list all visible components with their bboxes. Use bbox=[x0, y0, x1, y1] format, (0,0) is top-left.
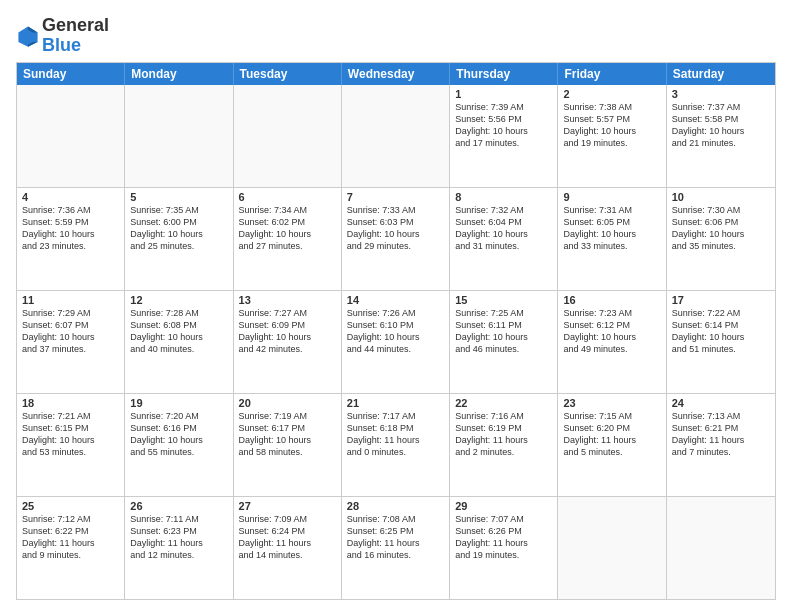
cell-info: Sunrise: 7:35 AM Sunset: 6:00 PM Dayligh… bbox=[130, 204, 227, 253]
day-number: 24 bbox=[672, 397, 770, 409]
calendar-cell: 18Sunrise: 7:21 AM Sunset: 6:15 PM Dayli… bbox=[17, 394, 125, 496]
cell-info: Sunrise: 7:29 AM Sunset: 6:07 PM Dayligh… bbox=[22, 307, 119, 356]
cell-info: Sunrise: 7:13 AM Sunset: 6:21 PM Dayligh… bbox=[672, 410, 770, 459]
page: General Blue SundayMondayTuesdayWednesda… bbox=[0, 0, 792, 612]
day-number: 1 bbox=[455, 88, 552, 100]
cell-info: Sunrise: 7:26 AM Sunset: 6:10 PM Dayligh… bbox=[347, 307, 444, 356]
calendar-cell bbox=[17, 85, 125, 187]
calendar-cell: 23Sunrise: 7:15 AM Sunset: 6:20 PM Dayli… bbox=[558, 394, 666, 496]
calendar-cell bbox=[558, 497, 666, 599]
calendar-row-2: 11Sunrise: 7:29 AM Sunset: 6:07 PM Dayli… bbox=[17, 291, 775, 394]
logo: General Blue bbox=[16, 16, 109, 56]
calendar-cell: 17Sunrise: 7:22 AM Sunset: 6:14 PM Dayli… bbox=[667, 291, 775, 393]
cell-info: Sunrise: 7:30 AM Sunset: 6:06 PM Dayligh… bbox=[672, 204, 770, 253]
calendar-cell: 28Sunrise: 7:08 AM Sunset: 6:25 PM Dayli… bbox=[342, 497, 450, 599]
day-number: 20 bbox=[239, 397, 336, 409]
day-number: 22 bbox=[455, 397, 552, 409]
day-number: 29 bbox=[455, 500, 552, 512]
day-header-thursday: Thursday bbox=[450, 63, 558, 85]
day-number: 3 bbox=[672, 88, 770, 100]
day-number: 7 bbox=[347, 191, 444, 203]
cell-info: Sunrise: 7:31 AM Sunset: 6:05 PM Dayligh… bbox=[563, 204, 660, 253]
cell-info: Sunrise: 7:34 AM Sunset: 6:02 PM Dayligh… bbox=[239, 204, 336, 253]
logo-icon bbox=[16, 24, 40, 48]
calendar-cell: 3Sunrise: 7:37 AM Sunset: 5:58 PM Daylig… bbox=[667, 85, 775, 187]
calendar-cell: 13Sunrise: 7:27 AM Sunset: 6:09 PM Dayli… bbox=[234, 291, 342, 393]
day-number: 14 bbox=[347, 294, 444, 306]
day-number: 17 bbox=[672, 294, 770, 306]
calendar-cell: 2Sunrise: 7:38 AM Sunset: 5:57 PM Daylig… bbox=[558, 85, 666, 187]
cell-info: Sunrise: 7:32 AM Sunset: 6:04 PM Dayligh… bbox=[455, 204, 552, 253]
day-number: 2 bbox=[563, 88, 660, 100]
day-number: 23 bbox=[563, 397, 660, 409]
cell-info: Sunrise: 7:11 AM Sunset: 6:23 PM Dayligh… bbox=[130, 513, 227, 562]
calendar: SundayMondayTuesdayWednesdayThursdayFrid… bbox=[16, 62, 776, 600]
cell-info: Sunrise: 7:09 AM Sunset: 6:24 PM Dayligh… bbox=[239, 513, 336, 562]
calendar-cell: 8Sunrise: 7:32 AM Sunset: 6:04 PM Daylig… bbox=[450, 188, 558, 290]
day-header-tuesday: Tuesday bbox=[234, 63, 342, 85]
day-number: 26 bbox=[130, 500, 227, 512]
calendar-row-4: 25Sunrise: 7:12 AM Sunset: 6:22 PM Dayli… bbox=[17, 497, 775, 599]
calendar-cell: 24Sunrise: 7:13 AM Sunset: 6:21 PM Dayli… bbox=[667, 394, 775, 496]
calendar-cell bbox=[667, 497, 775, 599]
calendar-cell: 9Sunrise: 7:31 AM Sunset: 6:05 PM Daylig… bbox=[558, 188, 666, 290]
day-number: 16 bbox=[563, 294, 660, 306]
calendar-body: 1Sunrise: 7:39 AM Sunset: 5:56 PM Daylig… bbox=[17, 85, 775, 599]
day-number: 6 bbox=[239, 191, 336, 203]
day-header-saturday: Saturday bbox=[667, 63, 775, 85]
calendar-cell bbox=[234, 85, 342, 187]
cell-info: Sunrise: 7:15 AM Sunset: 6:20 PM Dayligh… bbox=[563, 410, 660, 459]
cell-info: Sunrise: 7:28 AM Sunset: 6:08 PM Dayligh… bbox=[130, 307, 227, 356]
calendar-row-0: 1Sunrise: 7:39 AM Sunset: 5:56 PM Daylig… bbox=[17, 85, 775, 188]
calendar-cell: 16Sunrise: 7:23 AM Sunset: 6:12 PM Dayli… bbox=[558, 291, 666, 393]
day-number: 28 bbox=[347, 500, 444, 512]
cell-info: Sunrise: 7:21 AM Sunset: 6:15 PM Dayligh… bbox=[22, 410, 119, 459]
day-number: 5 bbox=[130, 191, 227, 203]
day-number: 25 bbox=[22, 500, 119, 512]
cell-info: Sunrise: 7:23 AM Sunset: 6:12 PM Dayligh… bbox=[563, 307, 660, 356]
day-number: 9 bbox=[563, 191, 660, 203]
day-header-wednesday: Wednesday bbox=[342, 63, 450, 85]
calendar-cell: 12Sunrise: 7:28 AM Sunset: 6:08 PM Dayli… bbox=[125, 291, 233, 393]
cell-info: Sunrise: 7:20 AM Sunset: 6:16 PM Dayligh… bbox=[130, 410, 227, 459]
day-number: 21 bbox=[347, 397, 444, 409]
day-number: 11 bbox=[22, 294, 119, 306]
calendar-cell bbox=[125, 85, 233, 187]
calendar-cell: 19Sunrise: 7:20 AM Sunset: 6:16 PM Dayli… bbox=[125, 394, 233, 496]
day-number: 12 bbox=[130, 294, 227, 306]
day-number: 19 bbox=[130, 397, 227, 409]
calendar-row-1: 4Sunrise: 7:36 AM Sunset: 5:59 PM Daylig… bbox=[17, 188, 775, 291]
cell-info: Sunrise: 7:12 AM Sunset: 6:22 PM Dayligh… bbox=[22, 513, 119, 562]
cell-info: Sunrise: 7:16 AM Sunset: 6:19 PM Dayligh… bbox=[455, 410, 552, 459]
calendar-cell: 11Sunrise: 7:29 AM Sunset: 6:07 PM Dayli… bbox=[17, 291, 125, 393]
cell-info: Sunrise: 7:36 AM Sunset: 5:59 PM Dayligh… bbox=[22, 204, 119, 253]
day-number: 27 bbox=[239, 500, 336, 512]
day-number: 15 bbox=[455, 294, 552, 306]
cell-info: Sunrise: 7:22 AM Sunset: 6:14 PM Dayligh… bbox=[672, 307, 770, 356]
cell-info: Sunrise: 7:19 AM Sunset: 6:17 PM Dayligh… bbox=[239, 410, 336, 459]
day-header-sunday: Sunday bbox=[17, 63, 125, 85]
calendar-cell: 26Sunrise: 7:11 AM Sunset: 6:23 PM Dayli… bbox=[125, 497, 233, 599]
calendar-cell: 21Sunrise: 7:17 AM Sunset: 6:18 PM Dayli… bbox=[342, 394, 450, 496]
logo-text: General Blue bbox=[42, 16, 109, 56]
day-number: 8 bbox=[455, 191, 552, 203]
cell-info: Sunrise: 7:17 AM Sunset: 6:18 PM Dayligh… bbox=[347, 410, 444, 459]
day-number: 18 bbox=[22, 397, 119, 409]
calendar-cell: 7Sunrise: 7:33 AM Sunset: 6:03 PM Daylig… bbox=[342, 188, 450, 290]
calendar-cell: 22Sunrise: 7:16 AM Sunset: 6:19 PM Dayli… bbox=[450, 394, 558, 496]
calendar-cell: 10Sunrise: 7:30 AM Sunset: 6:06 PM Dayli… bbox=[667, 188, 775, 290]
day-header-monday: Monday bbox=[125, 63, 233, 85]
calendar-cell bbox=[342, 85, 450, 187]
calendar-cell: 27Sunrise: 7:09 AM Sunset: 6:24 PM Dayli… bbox=[234, 497, 342, 599]
cell-info: Sunrise: 7:39 AM Sunset: 5:56 PM Dayligh… bbox=[455, 101, 552, 150]
calendar-cell: 4Sunrise: 7:36 AM Sunset: 5:59 PM Daylig… bbox=[17, 188, 125, 290]
calendar-cell: 20Sunrise: 7:19 AM Sunset: 6:17 PM Dayli… bbox=[234, 394, 342, 496]
calendar-cell: 15Sunrise: 7:25 AM Sunset: 6:11 PM Dayli… bbox=[450, 291, 558, 393]
calendar-row-3: 18Sunrise: 7:21 AM Sunset: 6:15 PM Dayli… bbox=[17, 394, 775, 497]
calendar-header: SundayMondayTuesdayWednesdayThursdayFrid… bbox=[17, 63, 775, 85]
cell-info: Sunrise: 7:37 AM Sunset: 5:58 PM Dayligh… bbox=[672, 101, 770, 150]
day-header-friday: Friday bbox=[558, 63, 666, 85]
calendar-cell: 25Sunrise: 7:12 AM Sunset: 6:22 PM Dayli… bbox=[17, 497, 125, 599]
calendar-cell: 6Sunrise: 7:34 AM Sunset: 6:02 PM Daylig… bbox=[234, 188, 342, 290]
calendar-cell: 14Sunrise: 7:26 AM Sunset: 6:10 PM Dayli… bbox=[342, 291, 450, 393]
